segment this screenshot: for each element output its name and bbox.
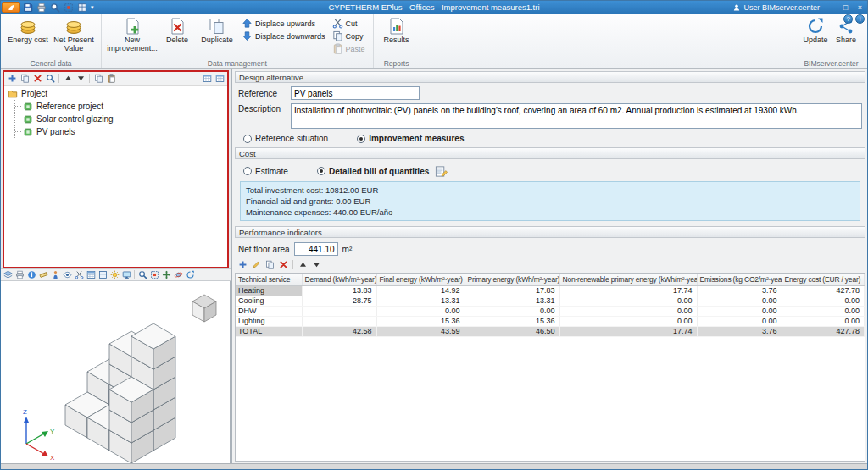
duplicate-button[interactable]: Duplicate	[196, 15, 238, 47]
orbit-button[interactable]	[172, 269, 184, 280]
table-cell: 3.76	[697, 285, 782, 296]
paste-button[interactable]: Paste	[331, 43, 367, 54]
total-investment-cost: Total investment cost: 10812.00 EUR	[246, 185, 854, 196]
radio-dot	[243, 135, 252, 143]
displace-downwards-icon	[242, 30, 253, 41]
estimate-radio[interactable]: Estimate	[243, 167, 288, 176]
delete-icon	[168, 17, 186, 36]
project-tree: Project Reference project Solar control …	[4, 86, 227, 267]
zoom-extents-button[interactable]	[148, 269, 160, 280]
move-down-button[interactable]	[75, 73, 86, 84]
view-cube[interactable]	[192, 295, 216, 322]
save-icon[interactable]	[23, 3, 33, 13]
copy-measure-button[interactable]	[19, 73, 31, 84]
performance-table-container: Technical service Demand (kWh/m²·year) F…	[235, 273, 865, 462]
reference-situation-radio[interactable]: Reference situation	[243, 134, 328, 143]
displace-upwards-button[interactable]: Displace upwards	[240, 18, 327, 29]
print-icon[interactable]	[36, 3, 47, 13]
shadows-button[interactable]	[108, 269, 120, 280]
table-cell: 427.78	[782, 326, 865, 336]
table-row-total[interactable]: TOTAL 42.58 43.59 46.50 17.74 3.76 427.7…	[236, 326, 865, 336]
help-icon[interactable]: ?	[843, 14, 853, 24]
table-cell: Lighting	[236, 316, 302, 326]
net-floor-area-input[interactable]	[294, 242, 338, 256]
grid-button[interactable]	[97, 269, 108, 280]
tree-item-pv-panels[interactable]: PV panels	[15, 125, 224, 138]
move-row-up-button[interactable]	[297, 259, 309, 270]
zoom-view-button[interactable]	[136, 269, 148, 280]
table-cell: 0.00	[559, 306, 697, 316]
energy-cost-icon	[19, 17, 37, 36]
search-button[interactable]	[44, 73, 56, 84]
close-button[interactable]: ×	[853, 1, 867, 14]
render-button[interactable]	[120, 269, 132, 280]
improvement-measures-radio[interactable]: Improvement measures	[357, 134, 464, 143]
windows-layout-icon[interactable]	[77, 3, 87, 13]
edit-row-button[interactable]	[250, 259, 262, 270]
copy-row-button[interactable]	[264, 259, 275, 270]
edit-bill-of-quantities-button[interactable]	[434, 164, 448, 178]
walkthrough-button[interactable]	[49, 269, 61, 280]
import-button[interactable]	[92, 73, 104, 84]
delete-measure-button[interactable]	[31, 73, 43, 84]
info-button[interactable]	[25, 269, 37, 280]
tree-toolbar	[4, 72, 227, 86]
maximize-button[interactable]: □	[838, 1, 853, 14]
detailed-bill-radio[interactable]: Detailed bill of quantities	[317, 167, 429, 176]
tables-button[interactable]	[85, 269, 97, 280]
table-cell: 0.00	[782, 296, 865, 306]
ribbon-group-reports: Results Reports	[373, 14, 420, 68]
tree-item-solar-control-glazing[interactable]: Solar control glazing	[15, 113, 224, 125]
copy-button[interactable]: Copy	[331, 30, 367, 41]
zoom-icon[interactable]	[50, 3, 60, 13]
tree-item-reference-project[interactable]: Reference project	[15, 100, 224, 113]
column-header: Non-renewable primary energy (kWh/m²·yea…	[559, 274, 697, 285]
description-input[interactable]: Installation of photovoltaic (PV) panels…	[291, 103, 862, 129]
new-improvement-button[interactable]: New improvement...	[106, 15, 159, 55]
section-performance-indicators: Performance indicators	[235, 226, 865, 238]
print-view-button[interactable]	[14, 269, 25, 280]
design-alternative-panel: Design alternative Reference Description…	[231, 69, 868, 463]
app-menu-button[interactable]	[2, 2, 20, 13]
move-up-button[interactable]	[62, 73, 74, 84]
table-row-lighting[interactable]: Lighting 15.36 15.36 0.00 0.00 0.00	[236, 316, 865, 326]
table-row-heating[interactable]: Heating 13.83 14.92 17.83 17.74 3.76 427…	[236, 285, 865, 296]
update-button[interactable]: Update	[799, 15, 832, 47]
visibility-button[interactable]	[61, 269, 73, 280]
options-icon[interactable]: i	[855, 14, 865, 24]
move-row-down-button[interactable]	[310, 259, 322, 270]
table-cell: 0.00	[559, 316, 697, 326]
layers-button[interactable]	[2, 269, 14, 280]
quick-access-dropdown-icon[interactable]: ▾	[91, 4, 94, 11]
previous-view-button[interactable]	[184, 269, 196, 280]
results-button[interactable]: Results	[378, 15, 415, 47]
list-view-button[interactable]	[214, 73, 225, 84]
add-measure-button[interactable]	[6, 73, 18, 84]
delete-button[interactable]: Delete	[159, 15, 196, 47]
minimize-button[interactable]: –	[824, 1, 838, 14]
tree-view-button[interactable]	[201, 73, 213, 84]
zoom-window-icon[interactable]	[64, 3, 74, 13]
pan-button[interactable]	[160, 269, 172, 280]
reference-input[interactable]	[291, 86, 420, 100]
section-design-alternative: Design alternative	[235, 71, 865, 83]
measure-button[interactable]	[37, 269, 49, 280]
net-floor-area-row: Net floor area m²	[238, 242, 862, 256]
add-row-button[interactable]	[236, 259, 248, 270]
tree-root-project[interactable]: Project	[8, 87, 224, 100]
table-row-dhw[interactable]: DHW 0.00 0.00 0.00 0.00 0.00	[236, 306, 865, 316]
cut-button[interactable]: Cut	[331, 18, 367, 29]
bimserver-user[interactable]: User BIMserver.center	[732, 3, 820, 12]
energy-cost-button[interactable]: Energy cost	[5, 15, 51, 47]
displace-downwards-button[interactable]: Displace downwards	[240, 30, 327, 41]
edit-bill-icon	[435, 165, 448, 178]
net-present-value-button[interactable]: Net Present Value	[51, 15, 97, 55]
delete-row-button[interactable]	[277, 259, 289, 270]
model-3d-viewport[interactable]: Z Y X	[1, 281, 231, 465]
section-button[interactable]	[73, 269, 85, 280]
table-row-cooling[interactable]: Cooling 28.75 13.31 13.31 0.00 0.00 0.00	[236, 296, 865, 306]
reference-label: Reference	[238, 88, 291, 98]
view-toolbar	[1, 268, 231, 281]
export-button[interactable]	[105, 73, 117, 84]
reference-row: Reference	[238, 86, 862, 100]
